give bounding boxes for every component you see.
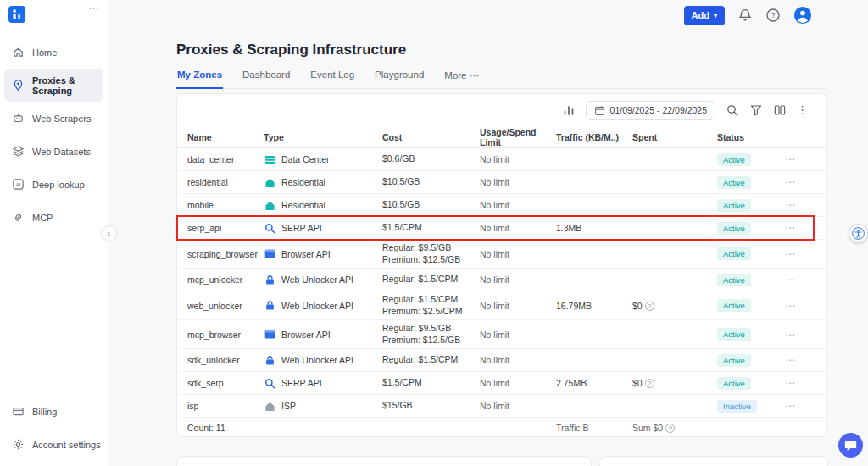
table-row[interactable]: scraping_browserBrowser APIRegular: $9.5…: [177, 240, 826, 269]
tab-event-log[interactable]: Event Log: [309, 66, 355, 88]
sidebar-item-web-datasets[interactable]: Web Datasets: [0, 135, 108, 168]
help-icon[interactable]: ?: [765, 8, 781, 23]
row-actions-button[interactable]: ⋯: [785, 248, 818, 260]
topbar: Add ▾ ?: [108, 0, 868, 31]
zone-cost: Regular: $1.5/CPM: [382, 354, 480, 366]
table-header-row: Name Type Cost Usage/Spend Limit Traffic…: [177, 126, 826, 148]
zone-name: scraping_browser: [187, 249, 264, 259]
sidebar-item-web-scrapers[interactable]: Web Scrapers: [0, 102, 108, 135]
table-row[interactable]: ispISP$15/GBNo limitInactive⋯: [177, 395, 826, 418]
kebab-menu-icon[interactable]: ⋮: [797, 104, 808, 116]
help-icon[interactable]: [645, 379, 654, 388]
isp-house-icon: [264, 400, 276, 413]
robot-icon: [12, 112, 25, 125]
table-row[interactable]: mcp_browserBrowser APIRegular: $9.5/GBPr…: [177, 320, 826, 349]
row-actions-button[interactable]: ⋯: [785, 199, 818, 211]
help-icon[interactable]: [645, 302, 654, 311]
status-badge: Active: [717, 247, 751, 260]
row-actions-button[interactable]: ⋯: [785, 153, 818, 165]
svg-text:AI: AI: [16, 181, 21, 187]
table-row[interactable]: sdk_unlockerWeb Unlocker APIRegular: $1.…: [177, 349, 826, 372]
filter-funnel-icon[interactable]: [749, 103, 763, 117]
link-icon: [12, 211, 25, 224]
column-header-cost: Cost: [382, 132, 480, 142]
tab-bar: My Zones Dashboard Event Log Playground …: [176, 66, 827, 89]
sidebar-item-label: Home: [32, 47, 57, 58]
residential-icon: [264, 176, 276, 189]
zone-cost: $15/GB: [382, 400, 480, 412]
zone-usage-limit: No limit: [480, 200, 556, 210]
billing-card-icon: [12, 405, 25, 418]
chat-widget-button[interactable]: [838, 433, 863, 458]
traffic-value[interactable]: 1.3MB: [556, 223, 581, 233]
user-avatar[interactable]: [793, 6, 812, 25]
tab-my-zones[interactable]: My Zones: [176, 66, 223, 89]
date-range-picker[interactable]: 01/09/2025 - 22/09/2025: [586, 101, 715, 120]
row-actions-button[interactable]: ⋯: [785, 400, 818, 412]
row-actions-button[interactable]: ⋯: [785, 354, 818, 366]
sidebar-item-account-settings[interactable]: Account settings: [0, 428, 108, 461]
serp-search-icon: [264, 377, 276, 390]
table-row[interactable]: serp_apiSERP API$1.5/CPMNo limit1.3MBAct…: [177, 217, 826, 240]
tab-playground[interactable]: Playground: [374, 66, 425, 88]
row-actions-button[interactable]: ⋯: [785, 329, 818, 341]
column-header-name: Name: [187, 132, 264, 142]
sidebar-collapse-button[interactable]: ‹: [101, 225, 117, 241]
zone-type: Web Unlocker API: [281, 275, 353, 285]
table-row[interactable]: web_unlockerWeb Unlocker APIRegular: $1.…: [177, 291, 826, 320]
search-icon[interactable]: [726, 103, 739, 117]
zone-usage-limit: No limit: [480, 275, 556, 285]
ai-icon: AI: [12, 178, 25, 191]
accessibility-widget-button[interactable]: [849, 224, 868, 243]
zone-name: sdk_unlocker: [187, 355, 264, 365]
status-badge: Active: [717, 199, 751, 212]
tab-more[interactable]: More ⋯: [443, 66, 480, 88]
traffic-value[interactable]: 16.79MB: [556, 301, 592, 311]
row-actions-button[interactable]: ⋯: [785, 377, 818, 389]
sidebar-item-deep-lookup[interactable]: AI Deep lookup: [0, 168, 108, 201]
zone-type: Data Center: [281, 154, 330, 164]
status-badge: Active: [717, 176, 751, 189]
zones-card: 01/09/2025 - 22/09/2025 ⋮ Name Type Cost…: [176, 93, 827, 437]
status-badge: Active: [717, 274, 751, 286]
add-button[interactable]: Add ▾: [684, 6, 725, 25]
brand-logo-icon[interactable]: [8, 6, 25, 23]
zone-type: SERP API: [281, 378, 322, 388]
sidebar-item-mcp[interactable]: MCP: [0, 201, 108, 234]
status-badge: Active: [717, 354, 751, 367]
table-footer-row: Count: 11 Traffic B Sum $0: [177, 418, 826, 438]
browser-icon: [264, 328, 276, 341]
row-actions-button[interactable]: ⋯: [785, 222, 818, 234]
columns-icon[interactable]: [773, 103, 787, 117]
calendar-icon: [594, 105, 605, 116]
zone-name: mobile: [187, 200, 264, 210]
zone-cost: Regular: $9.5/GBPremium: $12.5/GB: [382, 323, 480, 346]
sidebar-menu-button[interactable]: ⋯: [88, 2, 99, 14]
sidebar-item-label: Web Scrapers: [32, 114, 92, 124]
zone-name: web_unlocker: [187, 301, 264, 311]
zone-traffic: 16.79MB: [556, 301, 632, 311]
table-row[interactable]: sdk_serpSERP API$1.5/CPMNo limit2.75MB$0…: [177, 372, 826, 395]
sidebar-item-home[interactable]: Home: [0, 36, 108, 69]
row-actions-button[interactable]: ⋯: [785, 274, 818, 286]
table-row[interactable]: mcp_unlockerWeb Unlocker APIRegular: $1.…: [177, 269, 826, 291]
bar-chart-icon[interactable]: [562, 103, 576, 117]
traffic-value[interactable]: 2.75MB: [556, 378, 587, 388]
zone-name: isp: [187, 401, 264, 411]
notifications-bell-icon[interactable]: [737, 8, 753, 23]
help-icon[interactable]: [665, 424, 675, 433]
zone-name: data_center: [187, 154, 264, 164]
sidebar-item-label: Account settings: [32, 440, 101, 450]
zone-type: ISP: [281, 401, 296, 411]
sidebar-item-billing[interactable]: Billing: [0, 395, 108, 428]
table-row[interactable]: data_centerData Center$0.6/GBNo limitAct…: [177, 148, 826, 171]
home-icon: [12, 46, 25, 58]
row-actions-button[interactable]: ⋯: [785, 300, 818, 312]
table-row[interactable]: residentialResidential$10.5/GBNo limitAc…: [177, 171, 826, 194]
row-count: Count: 11: [187, 423, 264, 433]
row-actions-button[interactable]: ⋯: [785, 176, 818, 188]
sidebar-item-proxies-scraping[interactable]: Proxies & Scraping: [4, 69, 103, 102]
zones-table-body: data_centerData Center$0.6/GBNo limitAct…: [177, 148, 826, 418]
tab-dashboard[interactable]: Dashboard: [242, 66, 291, 88]
table-row[interactable]: mobileResidential$10.5/GBNo limitActive⋯: [177, 194, 826, 217]
